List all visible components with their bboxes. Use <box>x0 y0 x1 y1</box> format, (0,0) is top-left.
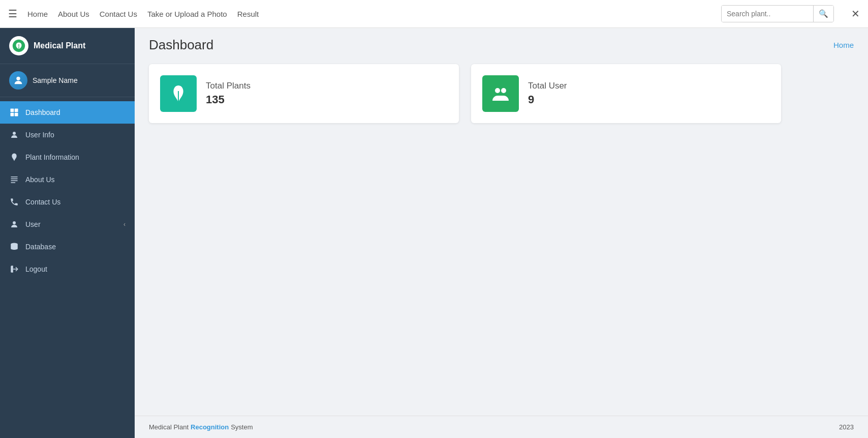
svg-rect-3 <box>15 109 18 112</box>
nav-home-link[interactable]: Home <box>27 10 48 18</box>
sidebar-user: Sample Name <box>0 64 135 97</box>
footer-prefix: Medical Plant <box>149 423 189 431</box>
sidebar-item-plant-info-label: Plant Information <box>25 153 126 161</box>
svg-rect-9 <box>11 181 18 182</box>
total-users-value: 9 <box>528 93 567 106</box>
svg-point-6 <box>13 132 16 135</box>
footer-suffix: System <box>231 423 253 431</box>
about-icon <box>9 174 19 185</box>
brand-name-label: Medical Plant <box>34 41 85 50</box>
sidebar-item-logout-label: Logout <box>25 265 126 273</box>
sidebar-item-dashboard-label: Dashboard <box>25 108 126 116</box>
svg-point-14 <box>495 88 500 93</box>
nav-about-link[interactable]: About Us <box>58 10 89 18</box>
total-users-info: Total User 9 <box>528 81 567 106</box>
footer: Medical Plant Recognition System 2023 <box>135 416 868 438</box>
content-header: Dashboard Home <box>135 28 868 58</box>
total-plants-label: Total Plants <box>206 81 251 91</box>
total-plants-icon-box <box>160 75 197 112</box>
total-plants-info: Total Plants 135 <box>206 81 251 106</box>
plant-info-icon <box>9 152 19 162</box>
svg-rect-5 <box>15 113 18 116</box>
sidebar-item-logout[interactable]: Logout <box>0 258 135 280</box>
sidebar-item-user-info[interactable]: User Info <box>0 124 135 146</box>
user-icon <box>9 219 19 229</box>
stat-card-total-plants: Total Plants 135 <box>149 64 459 123</box>
total-users-label: Total User <box>528 81 567 91</box>
svg-rect-10 <box>11 182 15 183</box>
total-plants-value: 135 <box>206 93 251 106</box>
sidebar-item-contact[interactable]: Contact Us <box>0 191 135 213</box>
sidebar-item-contact-label: Contact Us <box>25 198 126 206</box>
breadcrumb-home-link[interactable]: Home <box>833 41 854 49</box>
dashboard-icon <box>9 107 19 118</box>
menu-toggle-button[interactable]: ☰ <box>8 8 17 20</box>
chevron-left-icon: ‹ <box>123 221 126 228</box>
navbar: ☰ Home About Us Contact Us Take or Uploa… <box>0 0 868 28</box>
avatar <box>9 71 27 90</box>
user-info-icon <box>9 130 19 140</box>
footer-highlight: Recognition <box>191 423 229 431</box>
total-users-icon-box <box>482 75 519 112</box>
nav-contact-link[interactable]: Contact Us <box>100 10 137 18</box>
footer-brand: Medical Plant Recognition System <box>149 423 253 431</box>
svg-rect-4 <box>11 113 14 116</box>
database-icon <box>9 242 19 252</box>
sidebar-item-about-label: About Us <box>25 176 126 184</box>
svg-point-11 <box>13 221 16 224</box>
svg-rect-8 <box>11 179 18 180</box>
sidebar-item-about[interactable]: About Us <box>0 168 135 191</box>
sidebar-item-user[interactable]: User ‹ <box>0 213 135 236</box>
sidebar-item-database-label: Database <box>25 243 126 251</box>
stats-cards-row: Total Plants 135 Total User 9 <box>135 58 868 133</box>
sidebar-nav: Dashboard User Info P <box>0 97 135 284</box>
svg-point-15 <box>501 88 506 93</box>
stat-card-total-users: Total User 9 <box>471 64 781 123</box>
logout-icon <box>9 264 19 274</box>
nav-result-link[interactable]: Result <box>237 10 259 18</box>
main-layout: Medical Plant Sample Name <box>0 28 868 438</box>
sidebar-item-database[interactable]: Database <box>0 236 135 258</box>
sidebar-brand: Medical Plant <box>0 28 135 64</box>
search-input[interactable] <box>722 6 813 22</box>
svg-rect-7 <box>11 177 18 178</box>
user-name-label: Sample Name <box>33 76 78 84</box>
search-button[interactable]: 🔍 <box>813 6 833 22</box>
main-content: Dashboard Home Total Plants 135 <box>135 28 868 438</box>
sidebar: Medical Plant Sample Name <box>0 28 135 438</box>
contact-icon <box>9 197 19 207</box>
search-bar: 🔍 <box>721 5 834 22</box>
nav-photo-link[interactable]: Take or Upload a Photo <box>147 10 227 18</box>
footer-year: 2023 <box>839 423 854 431</box>
brand-logo <box>9 36 28 55</box>
sidebar-item-plant-information[interactable]: Plant Information <box>0 146 135 168</box>
close-button[interactable]: ✕ <box>851 8 860 20</box>
sidebar-item-user-info-label: User Info <box>25 131 126 139</box>
sidebar-item-user-label: User <box>25 220 117 228</box>
svg-rect-2 <box>11 109 14 112</box>
page-title: Dashboard <box>149 37 213 53</box>
sidebar-item-dashboard[interactable]: Dashboard <box>0 101 135 124</box>
svg-point-1 <box>16 77 20 80</box>
